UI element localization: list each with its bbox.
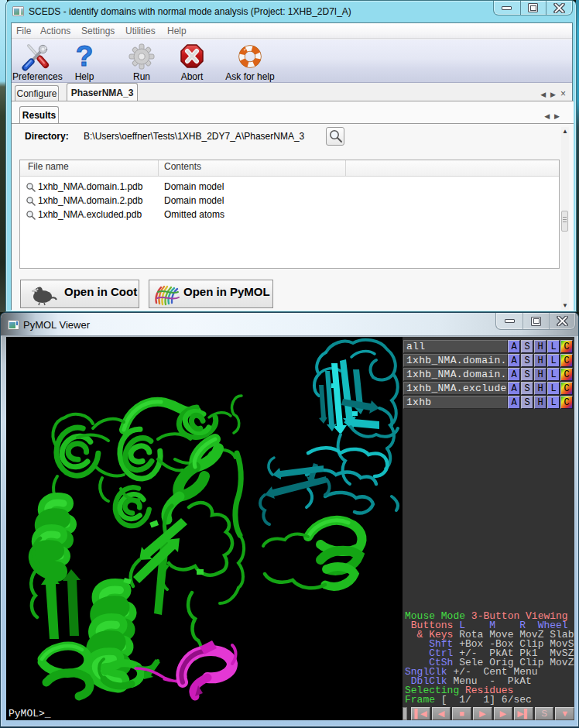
svg-text:?: ? xyxy=(76,43,94,71)
